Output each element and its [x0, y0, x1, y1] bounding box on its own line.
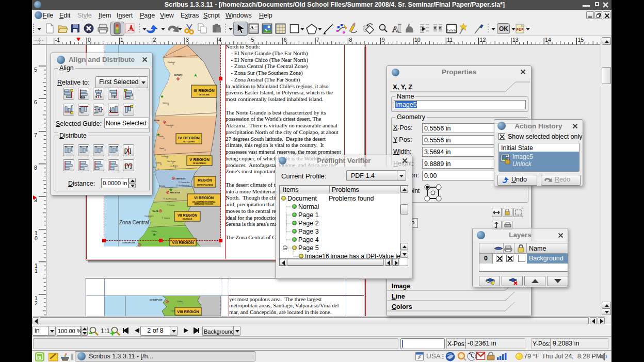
svg-text:Chillán: Chillán [177, 301, 182, 303]
svg-text:0: 0 [88, 37, 91, 43]
svg-text:0: 0 [35, 235, 38, 241]
svg-text:PDF: PDF [517, 28, 524, 31]
svg-text:3: 3 [186, 37, 189, 43]
svg-text:7: 7 [316, 37, 319, 43]
svg-text:VIII REGIÓN: VIII REGIÓN [172, 240, 194, 245]
svg-text:10: 10 [414, 37, 421, 43]
svg-text:9: 9 [382, 37, 385, 43]
svg-text:CONCEPCIÓN: CONCEPCIÓN [122, 241, 135, 244]
svg-text:15: 15 [578, 37, 584, 43]
svg-text:14: 14 [545, 37, 551, 43]
svg-text:12: 12 [480, 37, 486, 43]
svg-text:5: 5 [34, 67, 37, 73]
svg-text:VIII REGIÓN: VIII REGIÓN [177, 309, 199, 314]
svg-text:5: 5 [251, 37, 254, 43]
svg-text:13: 13 [512, 37, 519, 43]
svg-text:4: 4 [218, 37, 221, 43]
svg-text:OK: OK [499, 25, 508, 32]
svg-text:8: 8 [34, 164, 37, 171]
svg-text:1: 1 [35, 268, 38, 274]
svg-text:[Y]: [Y] [125, 163, 132, 169]
svg-text:m: m [37, 355, 41, 360]
svg-text:-1: -1 [55, 37, 60, 43]
svg-text:CONCEPCIÓN: CONCEPCIÓN [150, 299, 163, 301]
svg-text:2: 2 [153, 37, 156, 43]
svg-text:2: 2 [35, 300, 38, 306]
svg-text:8: 8 [349, 37, 352, 43]
svg-text:6: 6 [284, 37, 287, 43]
svg-text:11: 11 [447, 37, 453, 43]
svg-text:1: 1 [120, 37, 123, 43]
svg-text:7: 7 [34, 132, 37, 138]
svg-text:[X]: [X] [124, 148, 131, 154]
svg-text:6: 6 [34, 99, 37, 105]
